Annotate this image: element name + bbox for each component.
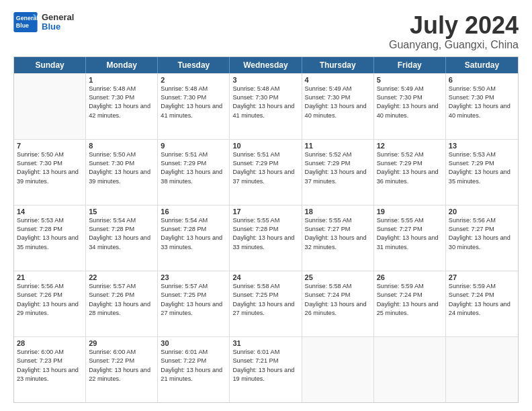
sun-info: Sunrise: 5:56 AMSunset: 7:26 PMDaylight:… (17, 282, 83, 318)
sun-info: Sunrise: 5:49 AMSunset: 7:30 PMDaylight:… (305, 85, 371, 120)
sun-info: Sunrise: 5:56 AMSunset: 7:27 PMDaylight:… (449, 216, 515, 252)
calendar-cell-empty-4-5 (374, 337, 446, 402)
sun-info: Sunrise: 5:55 AMSunset: 7:27 PMDaylight:… (377, 216, 443, 252)
day-number: 24 (232, 273, 298, 281)
sun-info: Sunrise: 5:50 AMSunset: 7:30 PMDaylight:… (89, 150, 154, 186)
day-number: 7 (17, 142, 83, 150)
sun-info: Sunrise: 5:59 AMSunset: 7:24 PMDaylight:… (377, 282, 443, 318)
sun-info: Sunrise: 5:50 AMSunset: 7:30 PMDaylight:… (449, 85, 515, 120)
day-number: 17 (232, 208, 298, 216)
calendar-body: 1Sunrise: 5:48 AMSunset: 7:30 PMDaylight… (14, 73, 518, 402)
calendar-cell-3: 3Sunrise: 5:48 AMSunset: 7:30 PMDaylight… (230, 74, 302, 139)
logo: General Blue General Blue (13, 12, 74, 32)
sun-info: Sunrise: 5:49 AMSunset: 7:30 PMDaylight:… (377, 85, 443, 120)
day-number: 21 (17, 273, 83, 281)
day-number: 5 (377, 76, 443, 84)
calendar-week-2: 7Sunrise: 5:50 AMSunset: 7:30 PMDaylight… (14, 139, 518, 205)
day-number: 9 (161, 142, 226, 150)
calendar-cell-19: 19Sunrise: 5:55 AMSunset: 7:27 PMDayligh… (374, 205, 446, 271)
day-number: 14 (17, 208, 83, 216)
day-number: 23 (161, 273, 226, 281)
sun-info: Sunrise: 5:51 AMSunset: 7:29 PMDaylight:… (161, 150, 226, 186)
day-number: 30 (161, 339, 226, 347)
calendar-cell-20: 20Sunrise: 5:56 AMSunset: 7:27 PMDayligh… (446, 205, 518, 271)
calendar-cell-8: 8Sunrise: 5:50 AMSunset: 7:30 PMDaylight… (86, 140, 158, 205)
calendar-cell-25: 25Sunrise: 5:58 AMSunset: 7:24 PMDayligh… (302, 271, 374, 336)
calendar-cell-12: 12Sunrise: 5:52 AMSunset: 7:29 PMDayligh… (374, 140, 446, 205)
day-number: 10 (232, 142, 298, 150)
day-number: 25 (305, 273, 371, 281)
calendar-cell-21: 21Sunrise: 5:56 AMSunset: 7:26 PMDayligh… (14, 271, 86, 336)
day-number: 19 (377, 208, 443, 216)
sun-info: Sunrise: 5:58 AMSunset: 7:25 PMDaylight:… (232, 282, 298, 318)
weekday-header-tuesday: Tuesday (158, 57, 230, 73)
day-number: 15 (89, 208, 154, 216)
sun-info: Sunrise: 5:57 AMSunset: 7:26 PMDaylight:… (89, 282, 154, 318)
calendar-cell-31: 31Sunrise: 6:01 AMSunset: 7:21 PMDayligh… (230, 337, 302, 402)
title-block: July 2024 Guanyang, Guangxi, China (389, 12, 519, 51)
weekday-header-wednesday: Wednesday (230, 57, 302, 73)
calendar-cell-6: 6Sunrise: 5:50 AMSunset: 7:30 PMDaylight… (446, 74, 518, 139)
day-number: 20 (449, 208, 515, 216)
logo-blue: Blue (42, 22, 74, 32)
calendar-grid: SundayMondayTuesdayWednesdayThursdayFrid… (13, 56, 519, 403)
sun-info: Sunrise: 5:51 AMSunset: 7:29 PMDaylight:… (232, 150, 298, 186)
calendar-cell-29: 29Sunrise: 6:00 AMSunset: 7:22 PMDayligh… (86, 337, 158, 402)
sun-info: Sunrise: 5:54 AMSunset: 7:28 PMDaylight:… (89, 216, 154, 252)
calendar-page: General Blue General Blue July 2024 Guan… (0, 0, 532, 411)
day-number: 1 (89, 76, 154, 84)
sun-info: Sunrise: 5:57 AMSunset: 7:25 PMDaylight:… (161, 282, 226, 318)
sun-info: Sunrise: 6:00 AMSunset: 7:22 PMDaylight:… (89, 348, 154, 383)
calendar-cell-15: 15Sunrise: 5:54 AMSunset: 7:28 PMDayligh… (86, 205, 158, 271)
calendar-cell-30: 30Sunrise: 6:01 AMSunset: 7:22 PMDayligh… (158, 337, 230, 402)
calendar-cell-18: 18Sunrise: 5:55 AMSunset: 7:27 PMDayligh… (302, 205, 374, 271)
calendar-cell-13: 13Sunrise: 5:53 AMSunset: 7:29 PMDayligh… (446, 140, 518, 205)
calendar-cell-9: 9Sunrise: 5:51 AMSunset: 7:29 PMDaylight… (158, 140, 230, 205)
weekday-header-saturday: Saturday (446, 57, 518, 73)
day-number: 31 (232, 339, 298, 347)
day-number: 8 (89, 142, 154, 150)
page-header: General Blue General Blue July 2024 Guan… (13, 12, 519, 51)
day-number: 26 (377, 273, 443, 281)
calendar-cell-empty-0-0 (14, 74, 86, 139)
month-year-title: July 2024 (389, 12, 519, 39)
calendar-cell-empty-4-6 (446, 337, 518, 402)
calendar-cell-27: 27Sunrise: 5:59 AMSunset: 7:24 PMDayligh… (446, 271, 518, 336)
logo-general: General (42, 13, 74, 22)
calendar-cell-2: 2Sunrise: 5:48 AMSunset: 7:30 PMDaylight… (158, 74, 230, 139)
calendar-cell-16: 16Sunrise: 5:54 AMSunset: 7:28 PMDayligh… (158, 205, 230, 271)
sun-info: Sunrise: 5:58 AMSunset: 7:24 PMDaylight:… (305, 282, 371, 318)
calendar-week-5: 28Sunrise: 6:00 AMSunset: 7:23 PMDayligh… (14, 336, 518, 402)
calendar-cell-10: 10Sunrise: 5:51 AMSunset: 7:29 PMDayligh… (230, 140, 302, 205)
calendar-week-3: 14Sunrise: 5:53 AMSunset: 7:28 PMDayligh… (14, 205, 518, 271)
day-number: 29 (89, 339, 154, 347)
day-number: 4 (305, 76, 371, 84)
calendar-cell-5: 5Sunrise: 5:49 AMSunset: 7:30 PMDaylight… (374, 74, 446, 139)
sun-info: Sunrise: 6:00 AMSunset: 7:23 PMDaylight:… (17, 348, 83, 383)
calendar-cell-11: 11Sunrise: 5:52 AMSunset: 7:29 PMDayligh… (302, 140, 374, 205)
sun-info: Sunrise: 5:48 AMSunset: 7:30 PMDaylight:… (232, 85, 298, 120)
day-number: 2 (161, 76, 226, 84)
calendar-cell-22: 22Sunrise: 5:57 AMSunset: 7:26 PMDayligh… (86, 271, 158, 336)
weekday-header-friday: Friday (374, 57, 446, 73)
day-number: 12 (377, 142, 443, 150)
sun-info: Sunrise: 5:53 AMSunset: 7:29 PMDaylight:… (449, 150, 515, 186)
calendar-cell-23: 23Sunrise: 5:57 AMSunset: 7:25 PMDayligh… (158, 271, 230, 336)
calendar-cell-28: 28Sunrise: 6:00 AMSunset: 7:23 PMDayligh… (14, 337, 86, 402)
calendar-cell-empty-4-4 (302, 337, 374, 402)
sun-info: Sunrise: 5:54 AMSunset: 7:28 PMDaylight:… (161, 216, 226, 252)
sun-info: Sunrise: 5:55 AMSunset: 7:28 PMDaylight:… (232, 216, 298, 252)
weekday-header-sunday: Sunday (14, 57, 86, 73)
day-number: 6 (449, 76, 515, 84)
sun-info: Sunrise: 5:52 AMSunset: 7:29 PMDaylight:… (305, 150, 371, 186)
calendar-week-1: 1Sunrise: 5:48 AMSunset: 7:30 PMDaylight… (14, 73, 518, 139)
calendar-cell-4: 4Sunrise: 5:49 AMSunset: 7:30 PMDaylight… (302, 74, 374, 139)
weekday-header-thursday: Thursday (302, 57, 374, 73)
day-number: 3 (232, 76, 298, 84)
sun-info: Sunrise: 5:59 AMSunset: 7:24 PMDaylight:… (449, 282, 515, 318)
day-number: 18 (305, 208, 371, 216)
calendar-cell-26: 26Sunrise: 5:59 AMSunset: 7:24 PMDayligh… (374, 271, 446, 336)
calendar-header: SundayMondayTuesdayWednesdayThursdayFrid… (14, 57, 518, 73)
svg-text:Blue: Blue (16, 22, 29, 29)
day-number: 13 (449, 142, 515, 150)
